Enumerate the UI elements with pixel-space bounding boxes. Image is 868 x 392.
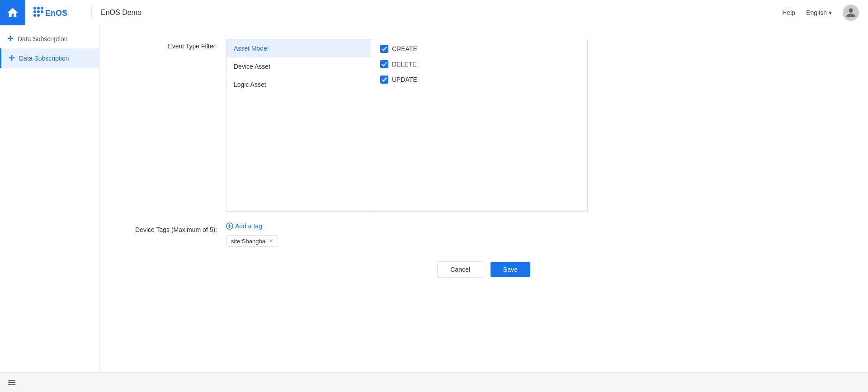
- topbar: EnOS ® EnOS Demo Help English ▾: [0, 0, 868, 25]
- device-tags-label: Device Tags (Maximum of 5):: [118, 222, 226, 233]
- svg-point-5: [41, 10, 43, 13]
- event-type-container: Asset Model Device Asset Logic Asset: [226, 39, 588, 212]
- checkbox-delete-box[interactable]: [380, 60, 388, 68]
- svg-point-7: [37, 14, 40, 17]
- device-tags-label-row: Add a tag: [226, 222, 588, 230]
- main-content: Event Type Filter: Asset Model Device As…: [99, 25, 868, 372]
- checkbox-update: UPDATE: [380, 76, 417, 84]
- sidebar: ✛ Data Subscription ✛ Data Subscription: [0, 25, 99, 372]
- svg-point-2: [41, 7, 43, 9]
- event-type-logic-asset[interactable]: Logic Asset: [226, 76, 371, 94]
- svg-point-6: [33, 14, 36, 17]
- checkbox-update-label: UPDATE: [392, 76, 417, 83]
- sidebar-item-data-subscription-child[interactable]: ✛ Data Subscription: [0, 48, 99, 68]
- tag-chip-shanghai: site:Shanghai ×: [226, 235, 278, 247]
- event-type-filter-row: Event Type Filter: Asset Model Device As…: [118, 39, 850, 212]
- plus-icon: ✛: [7, 34, 13, 43]
- add-tag-label: Add a tag: [235, 222, 262, 230]
- sidebar-item-label-active: Data Subscription: [19, 55, 69, 62]
- device-tags-row: Device Tags (Maximum of 5): Add a tag: [118, 222, 850, 247]
- checkbox-delete: DELETE: [380, 60, 417, 68]
- event-type-filter-label: Event Type Filter:: [118, 39, 226, 50]
- sidebar-item-label: Data Subscription: [18, 35, 68, 43]
- language-selector[interactable]: English ▾: [806, 9, 832, 16]
- event-options: CREATE DELETE: [371, 39, 426, 211]
- event-type-asset-model[interactable]: Asset Model: [226, 39, 371, 57]
- app-title: EnOS Demo: [101, 9, 142, 17]
- checkbox-create: CREATE: [380, 45, 417, 53]
- tags-container: site:Shanghai ×: [226, 235, 588, 247]
- sidebar-item-data-subscription-parent[interactable]: ✛ Data Subscription: [0, 29, 99, 48]
- menu-icon[interactable]: [7, 378, 16, 387]
- device-tags-control: Add a tag site:Shanghai ×: [226, 222, 588, 247]
- layout: ✛ Data Subscription ✛ Data Subscription …: [0, 25, 868, 372]
- tag-close-button[interactable]: ×: [269, 237, 273, 245]
- checkbox-create-label: CREATE: [392, 45, 417, 52]
- home-button[interactable]: [0, 0, 25, 25]
- svg-point-1: [37, 7, 40, 9]
- svg-text:®: ®: [63, 10, 66, 14]
- save-button[interactable]: Save: [491, 262, 530, 277]
- svg-point-3: [33, 10, 36, 13]
- help-link[interactable]: Help: [782, 9, 795, 16]
- svg-point-4: [37, 10, 40, 13]
- topbar-right: Help English ▾: [782, 5, 859, 21]
- checkbox-update-box[interactable]: [380, 76, 388, 84]
- plus-icon-active: ✛: [9, 54, 14, 62]
- content-area: Event Type Filter: Asset Model Device As…: [99, 25, 868, 372]
- event-type-list: Asset Model Device Asset Logic Asset: [226, 39, 371, 211]
- logo: EnOS ®: [33, 6, 92, 19]
- checkbox-create-box[interactable]: [380, 45, 388, 53]
- svg-rect-14: [8, 382, 15, 383]
- tag-value: site:Shanghai: [231, 238, 267, 245]
- cancel-button[interactable]: Cancel: [437, 261, 483, 278]
- add-tag-button[interactable]: Add a tag: [226, 222, 262, 230]
- button-row: Cancel Save: [118, 261, 850, 278]
- checkbox-delete-label: DELETE: [392, 61, 416, 68]
- svg-rect-13: [8, 380, 15, 381]
- svg-point-0: [33, 7, 36, 9]
- user-avatar[interactable]: [843, 5, 859, 21]
- svg-rect-15: [8, 384, 15, 385]
- bottombar: [0, 372, 868, 392]
- event-type-device-asset[interactable]: Device Asset: [226, 57, 371, 76]
- event-type-control: Asset Model Device Asset Logic Asset: [226, 39, 588, 212]
